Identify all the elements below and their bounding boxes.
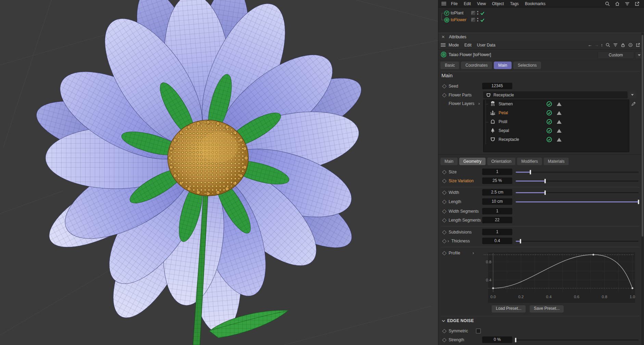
popout-icon[interactable] xyxy=(634,1,640,6)
enabled-check-circle-icon[interactable] xyxy=(546,137,552,142)
hamburger-icon[interactable] xyxy=(440,42,446,48)
up-arrow-icon[interactable]: ↑ xyxy=(601,42,603,48)
enabled-check-circle-icon[interactable] xyxy=(546,119,552,124)
keyframe-diamond-icon[interactable] xyxy=(442,239,447,243)
layer-name[interactable]: Pistil xyxy=(499,119,507,124)
lock-icon[interactable] xyxy=(620,42,626,48)
subdivisions-input[interactable]: 1 xyxy=(482,229,512,235)
keyframe-diamond-icon[interactable] xyxy=(442,230,447,235)
tab-selections[interactable]: Selections xyxy=(513,62,541,69)
menu-file[interactable]: File xyxy=(448,1,461,6)
save-preset-button[interactable]: Save Preset... xyxy=(529,305,564,313)
target-icon[interactable] xyxy=(628,42,633,48)
search-icon[interactable] xyxy=(605,1,610,6)
flower-parts-dropdown[interactable]: Receptacle xyxy=(483,91,628,98)
triangle-icon[interactable] xyxy=(557,111,562,115)
popout-icon[interactable] xyxy=(635,42,641,48)
keyframe-diamond-icon[interactable] xyxy=(442,209,447,214)
tab-geometry[interactable]: Geometry xyxy=(459,158,486,165)
flower-object-icon[interactable] xyxy=(444,17,449,23)
home-icon[interactable] xyxy=(615,1,620,6)
keyframe-diamond-icon[interactable] xyxy=(442,84,447,89)
back-arrow-icon[interactable]: ← xyxy=(588,42,592,48)
layer-name[interactable]: Stamen xyxy=(499,102,513,106)
width-input[interactable]: 2.5 cm xyxy=(482,189,512,196)
object-name[interactable]: toFlower xyxy=(451,17,466,22)
pencil-icon[interactable] xyxy=(631,101,636,106)
curve-point[interactable] xyxy=(492,287,494,289)
width-segments-input[interactable]: 1 xyxy=(482,208,512,214)
menu-tags[interactable]: Tags xyxy=(507,1,522,6)
tab-orientation[interactable]: Orientation xyxy=(487,158,516,165)
menu-bookmarks[interactable]: Bookmarks xyxy=(522,1,549,6)
triangle-icon[interactable] xyxy=(557,102,562,106)
size-variation-input[interactable]: 25 % xyxy=(482,177,512,184)
tab-modifiers[interactable]: Modifiers xyxy=(517,158,542,165)
symmetric-checkbox[interactable] xyxy=(476,329,481,333)
keyframe-diamond-icon[interactable] xyxy=(442,251,447,255)
seed-input[interactable]: 12345 xyxy=(482,83,512,89)
plant-object-icon[interactable] xyxy=(444,11,449,16)
layer-row-pistil[interactable]: Pistil xyxy=(484,118,629,125)
object-row-toflower[interactable]: toFlower xyxy=(438,17,644,23)
tab-main[interactable]: Main xyxy=(494,62,512,69)
layer-row-petal[interactable]: Petal xyxy=(484,109,629,117)
menu-view[interactable]: View xyxy=(474,1,489,6)
keyframe-diamond-icon[interactable] xyxy=(442,218,447,223)
chevron-right-icon[interactable]: › xyxy=(473,251,474,255)
width-slider[interactable] xyxy=(516,192,639,193)
enabled-check-circle-icon[interactable] xyxy=(546,128,552,133)
tab-main-sub[interactable]: Main xyxy=(440,158,458,165)
menu-user-data[interactable]: User Data xyxy=(474,43,498,48)
viewport-3d[interactable] xyxy=(0,0,438,345)
length-segments-input[interactable]: 22 xyxy=(482,217,512,223)
menu-mode[interactable]: Mode xyxy=(446,43,462,48)
size-input[interactable]: 1 xyxy=(482,169,512,175)
chevron-right-icon[interactable]: › xyxy=(448,239,449,243)
layer-name[interactable]: Petal xyxy=(499,110,508,115)
size-variation-slider[interactable] xyxy=(516,181,639,182)
thickness-input[interactable]: 0.4 xyxy=(482,238,512,244)
strength-slider[interactable] xyxy=(516,340,639,341)
menu-edit[interactable]: Edit xyxy=(461,1,474,6)
keyframe-diamond-icon[interactable] xyxy=(442,190,447,195)
panel-scrollbar[interactable] xyxy=(641,33,644,345)
keyframe-diamond-icon[interactable] xyxy=(442,93,447,97)
length-slider[interactable] xyxy=(516,201,639,202)
layer-toggle-icon[interactable] xyxy=(471,11,475,15)
enabled-check-circle-icon[interactable] xyxy=(546,110,552,116)
layer-row-sepal[interactable]: Sepal xyxy=(484,127,629,134)
hamburger-icon[interactable] xyxy=(441,1,447,6)
layer-row-stamen[interactable]: Stamen xyxy=(484,100,629,108)
tab-coordinates[interactable]: Coordinates xyxy=(461,62,492,69)
curve-point[interactable] xyxy=(631,287,633,289)
keyframe-diamond-icon[interactable] xyxy=(442,179,447,183)
thickness-slider[interactable] xyxy=(516,241,639,242)
layer-toggle-icon[interactable] xyxy=(471,18,475,22)
triangle-icon[interactable] xyxy=(557,120,562,124)
filter-icon[interactable] xyxy=(613,42,618,48)
keyframe-diamond-icon[interactable] xyxy=(442,338,447,342)
object-name[interactable]: toPlant xyxy=(451,11,463,15)
layer-row-receptacle[interactable]: Receptacle xyxy=(484,136,629,143)
size-slider[interactable] xyxy=(516,172,639,173)
menu-edit-attr[interactable]: Edit xyxy=(462,43,474,48)
layer-name[interactable]: Sepal xyxy=(499,128,509,133)
enabled-check-icon[interactable] xyxy=(480,11,485,15)
tab-basic[interactable]: Basic xyxy=(440,62,459,69)
layer-name[interactable]: Receptacle xyxy=(499,137,519,142)
visibility-dots-icon[interactable] xyxy=(477,11,478,15)
enabled-check-icon[interactable] xyxy=(480,18,485,22)
edge-noise-section-header[interactable]: EDGE NOISE xyxy=(442,318,474,323)
preset-dropdown[interactable]: Custom xyxy=(597,51,634,59)
close-icon[interactable]: ✕ xyxy=(441,35,445,39)
object-row-toplant[interactable]: toPlant xyxy=(438,10,644,16)
profile-curve-editor[interactable]: 0.8 0.4 0.0 0.2 0.4 0.6 0.8 1.0 xyxy=(478,252,635,304)
length-input[interactable]: 10 cm xyxy=(482,198,512,205)
tab-materials[interactable]: Materials xyxy=(544,158,569,165)
filter-icon[interactable] xyxy=(624,1,630,6)
keyframe-diamond-icon[interactable] xyxy=(442,329,447,333)
keyframe-diamond-icon[interactable] xyxy=(442,200,447,204)
search-icon[interactable] xyxy=(605,42,610,48)
enabled-check-circle-icon[interactable] xyxy=(546,101,552,107)
